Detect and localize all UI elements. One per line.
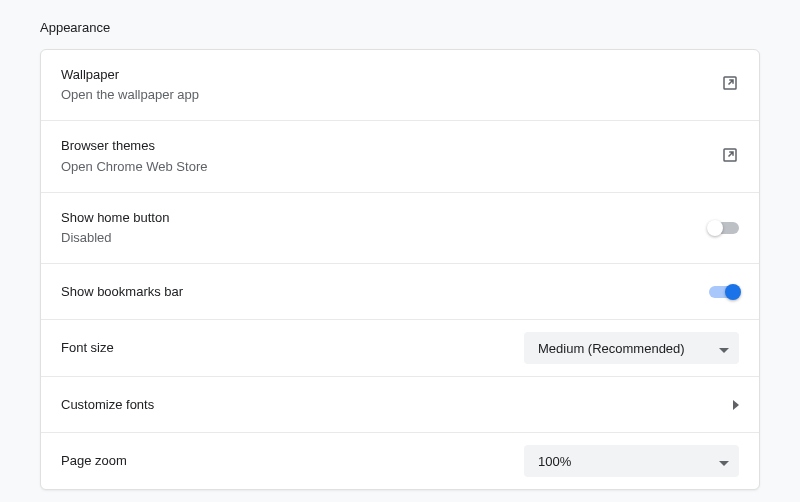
page-zoom-value: 100% xyxy=(538,454,571,469)
section-title: Appearance xyxy=(40,20,760,35)
customize-fonts-title: Customize fonts xyxy=(61,396,154,414)
show-bookmarks-bar-title: Show bookmarks bar xyxy=(61,283,183,301)
wallpaper-subtitle: Open the wallpaper app xyxy=(61,86,199,104)
external-link-icon xyxy=(721,146,739,168)
browser-themes-title: Browser themes xyxy=(61,137,207,155)
page-zoom-select[interactable]: 100% xyxy=(524,445,739,477)
caret-down-icon xyxy=(719,452,729,470)
external-link-icon xyxy=(721,74,739,96)
show-home-button-toggle[interactable] xyxy=(709,222,739,234)
caret-down-icon xyxy=(719,339,729,357)
page-zoom-row: Page zoom 100% xyxy=(41,433,759,489)
wallpaper-title: Wallpaper xyxy=(61,66,199,84)
chevron-right-icon xyxy=(733,396,739,414)
page-zoom-title: Page zoom xyxy=(61,452,127,470)
font-size-row: Font size Medium (Recommended) xyxy=(41,320,759,377)
show-bookmarks-bar-row: Show bookmarks bar xyxy=(41,264,759,320)
show-bookmarks-bar-toggle[interactable] xyxy=(709,286,739,298)
font-size-select[interactable]: Medium (Recommended) xyxy=(524,332,739,364)
appearance-card: Wallpaper Open the wallpaper app Browser… xyxy=(40,49,760,490)
wallpaper-row[interactable]: Wallpaper Open the wallpaper app xyxy=(41,50,759,121)
show-home-button-title: Show home button xyxy=(61,209,169,227)
browser-themes-row[interactable]: Browser themes Open Chrome Web Store xyxy=(41,121,759,192)
show-home-button-row: Show home button Disabled xyxy=(41,193,759,264)
customize-fonts-row[interactable]: Customize fonts xyxy=(41,377,759,433)
font-size-title: Font size xyxy=(61,339,114,357)
show-home-button-subtitle: Disabled xyxy=(61,229,169,247)
browser-themes-subtitle: Open Chrome Web Store xyxy=(61,158,207,176)
font-size-value: Medium (Recommended) xyxy=(538,341,685,356)
